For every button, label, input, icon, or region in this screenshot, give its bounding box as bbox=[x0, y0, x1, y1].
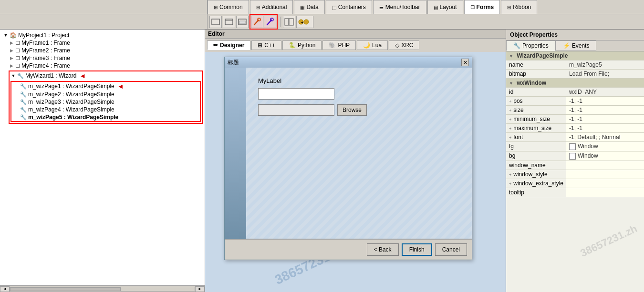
prop-fg-key: fg bbox=[506, 142, 566, 151]
tree-myframe1[interactable]: ▶ ☐ MyFrame1 : Frame bbox=[2, 39, 203, 47]
tree-wizpage3[interactable]: 🔧 m_wizPage3 : WizardPageSimple bbox=[11, 98, 200, 106]
prop-windowname-value[interactable] bbox=[566, 161, 644, 170]
tree-myframe3[interactable]: ▶ ☐ MyFrame3 : Frame bbox=[2, 54, 203, 62]
tab-data[interactable]: ▦ Data bbox=[294, 0, 324, 14]
windowstyle-expand[interactable]: + bbox=[509, 172, 511, 177]
tool-btn-grid[interactable] bbox=[283, 16, 295, 28]
dialog-input1[interactable] bbox=[258, 88, 334, 100]
editor-title: Editor bbox=[208, 30, 225, 37]
prop-windowextrastyle-value[interactable] bbox=[566, 179, 644, 188]
wizard-expand[interactable]: ▼ bbox=[10, 73, 16, 79]
tree-myframe2[interactable]: ▶ ☐ MyFrame2 : Frame bbox=[2, 47, 203, 54]
tree-root[interactable]: ▼ 🏠 MyProject1 : Project bbox=[2, 31, 203, 39]
tab-forms-label: Forms bbox=[477, 4, 494, 10]
dialog-close-btn[interactable]: ✕ bbox=[461, 59, 469, 66]
dialog-finish-btn[interactable]: Finish bbox=[402, 243, 432, 256]
project-tree-panel: ▼ 🏠 MyProject1 : Project ▶ ☐ MyFrame1 : … bbox=[0, 30, 205, 292]
data-icon: ▦ bbox=[300, 5, 304, 10]
prop-bitmap-value[interactable]: Load From File; bbox=[566, 70, 644, 79]
prop-size-value[interactable]: -1; -1 bbox=[566, 106, 644, 115]
tab-events[interactable]: ⚡ Events bbox=[556, 40, 597, 51]
prop-fg-value[interactable]: Window bbox=[566, 142, 644, 151]
frame1-expand[interactable]: ▶ bbox=[9, 40, 14, 46]
prop-bitmap-row: bitmap Load From File; bbox=[506, 70, 644, 79]
windowextrastyle-expand[interactable]: + bbox=[509, 181, 511, 186]
prop-id-value[interactable]: wxID_ANY bbox=[566, 88, 644, 97]
section1-expand[interactable]: ▼ bbox=[509, 54, 513, 59]
prop-name-value[interactable]: m_wizPage5 bbox=[566, 60, 644, 70]
scroll-left-btn[interactable]: ◄ bbox=[0, 286, 10, 292]
tool-btn-wrench2[interactable] bbox=[264, 16, 276, 28]
tool-btn-2[interactable] bbox=[223, 16, 235, 28]
dialog-window: 标题 ✕ MyLabel Browse bbox=[224, 57, 472, 260]
prop-font-value[interactable]: -1; Default; ; Normal bbox=[566, 133, 644, 142]
root-expand[interactable]: ▼ bbox=[3, 32, 9, 38]
prop-id-key: id bbox=[506, 88, 566, 97]
prop-windowstyle-value[interactable] bbox=[566, 170, 644, 179]
designer-canvas[interactable]: 38657231.zh 38657231.zh 38657231.zh 标题 ✕ bbox=[205, 52, 506, 292]
tab-containers[interactable]: ⬚ Containers bbox=[326, 0, 372, 14]
section2-expand[interactable]: ▼ bbox=[509, 81, 513, 86]
ribbon-icon: ⊟ bbox=[507, 5, 511, 10]
wp5-icon: 🔧 bbox=[20, 114, 27, 121]
tree-wizpage4[interactable]: 🔧 m_wizPage4 : WizardPageSimple bbox=[11, 106, 200, 113]
tool-btn-3[interactable] bbox=[236, 16, 249, 28]
tree-wizpage2[interactable]: 🔧 m_wizPage2 : WizardPageSimple bbox=[11, 91, 200, 98]
tool-btn-extra[interactable]: ✦ bbox=[296, 16, 313, 28]
prop-maxsize-value[interactable]: -1; -1 bbox=[566, 124, 644, 133]
dialog-browse-btn[interactable]: Browse bbox=[337, 104, 367, 116]
tab-designer[interactable]: ✏ Designer bbox=[207, 40, 250, 50]
dialog-input2[interactable] bbox=[258, 104, 334, 116]
tab-layout[interactable]: ▤ Layout bbox=[427, 0, 463, 14]
maxsize-expand[interactable]: + bbox=[509, 126, 511, 131]
tree-wizpage5[interactable]: 🔧 m_wizPage5 : WizardPageSimple bbox=[11, 113, 200, 121]
php-icon: 🐘 bbox=[329, 42, 336, 49]
wizpages-red-box: 🔧 m_wizPage1 : WizardPageSimple ◄ 🔧 m_wi… bbox=[10, 81, 201, 122]
tab-containers-label: Containers bbox=[338, 4, 366, 10]
tree-scrollbar[interactable]: ◄ ► bbox=[0, 285, 205, 292]
tab-common[interactable]: ⊞ Common bbox=[208, 0, 249, 14]
tab-menutoolbar[interactable]: ☰ Menu/Toolbar bbox=[373, 0, 426, 14]
highlighted-tools-group bbox=[249, 14, 278, 30]
tab-xrc[interactable]: ◇ XRC bbox=[389, 40, 419, 50]
cpp-icon: ⊞ bbox=[258, 42, 262, 49]
prop-bg-value[interactable]: Window bbox=[566, 151, 644, 161]
toolbar-row: ✦ bbox=[208, 13, 315, 31]
frame3-expand[interactable]: ▶ bbox=[9, 55, 14, 61]
scroll-thumb[interactable] bbox=[10, 287, 121, 291]
svg-rect-10 bbox=[289, 19, 293, 25]
tab-forms[interactable]: ☐ Forms bbox=[464, 0, 500, 14]
tab-additional[interactable]: ⊟ Additional bbox=[250, 0, 293, 14]
dialog-cancel-btn[interactable]: Cancel bbox=[435, 243, 467, 256]
tool-btn-1[interactable] bbox=[209, 16, 222, 28]
tree-mywizard1[interactable]: ▼ 🔧 MyWizard1 : Wizard ◄ bbox=[10, 71, 202, 80]
font-expand[interactable]: + bbox=[509, 135, 511, 140]
tree-wizpage1[interactable]: 🔧 m_wizPage1 : WizardPageSimple ◄ bbox=[11, 82, 200, 91]
tool-btn-wrench1[interactable] bbox=[251, 16, 263, 28]
dialog-input-row: Browse bbox=[258, 104, 462, 116]
tab-php[interactable]: 🐘 PHP bbox=[322, 40, 356, 50]
minsize-expand[interactable]: + bbox=[509, 117, 511, 122]
size-expand[interactable]: + bbox=[509, 108, 511, 113]
prop-minsize-value[interactable]: -1; -1 bbox=[566, 115, 644, 124]
tab-ribbon[interactable]: ⊟ Ribbon bbox=[501, 0, 537, 14]
wp1-icon: 🔧 bbox=[20, 83, 27, 90]
tree-myframe4[interactable]: ▶ ☐ MyFrame4 : Frame bbox=[2, 62, 203, 70]
prop-bg-row: bg Window bbox=[506, 151, 644, 161]
frame2-expand[interactable]: ▶ bbox=[9, 48, 14, 53]
tab-common-label: Common bbox=[219, 4, 243, 10]
dialog-footer: < Back Finish Cancel bbox=[225, 239, 472, 260]
tab-python[interactable]: 🐍 Python bbox=[282, 40, 322, 50]
menutoolbar-icon: ☰ bbox=[379, 5, 384, 10]
prop-tooltip-value[interactable] bbox=[566, 188, 644, 197]
arrow-wp1: ◄ bbox=[117, 82, 124, 90]
tab-properties[interactable]: 🔧 Properties bbox=[506, 40, 556, 51]
tab-lua[interactable]: 🌙 Lua bbox=[357, 40, 388, 50]
tab-cpp[interactable]: ⊞ C++ bbox=[251, 40, 281, 50]
dialog-back-btn[interactable]: < Back bbox=[367, 243, 399, 256]
prop-pos-value[interactable]: -1; -1 bbox=[566, 97, 644, 106]
frame4-expand[interactable]: ▶ bbox=[9, 63, 14, 69]
pos-expand[interactable]: + bbox=[509, 99, 511, 104]
scroll-track[interactable] bbox=[10, 287, 195, 292]
scroll-right-btn[interactable]: ► bbox=[195, 286, 205, 292]
